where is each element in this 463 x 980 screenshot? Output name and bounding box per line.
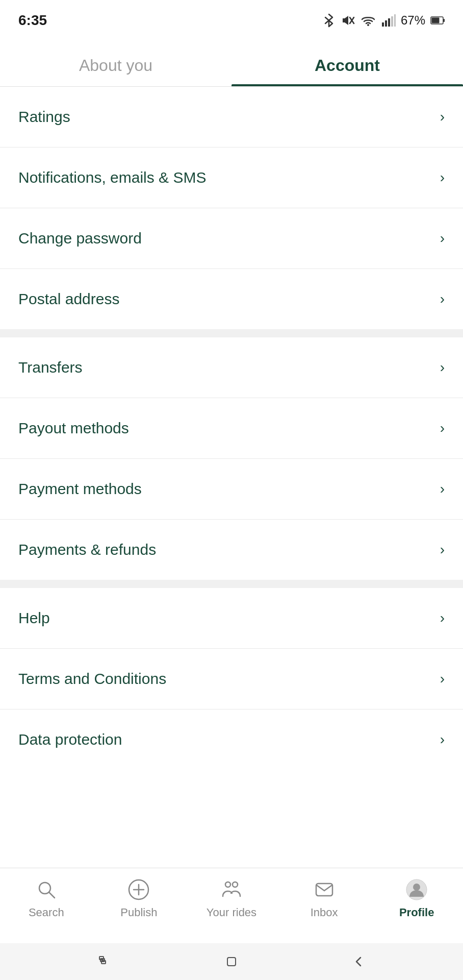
nav-item-publish[interactable]: Publish xyxy=(93,876,186,919)
inbox-nav-label: Inbox xyxy=(311,906,338,919)
bottom-nav: Search Publish xyxy=(0,868,463,943)
android-back-button[interactable] xyxy=(351,954,366,969)
menu-section-3: Help › Terms and Conditions › Data prote… xyxy=(0,588,463,770)
android-home-button[interactable] xyxy=(224,954,239,969)
chevron-payout-methods: › xyxy=(440,420,445,436)
chevron-change-password: › xyxy=(440,230,445,247)
your-rides-nav-label: Your rides xyxy=(207,906,256,919)
chevron-help: › xyxy=(440,610,445,626)
menu-item-payments-refunds[interactable]: Payments & refunds › xyxy=(0,520,463,580)
nav-item-profile[interactable]: Profile xyxy=(370,876,463,919)
svg-line-14 xyxy=(49,892,55,898)
menu-item-postal-address[interactable]: Postal address › xyxy=(0,269,463,329)
chevron-payment-methods: › xyxy=(440,481,445,497)
svg-point-4 xyxy=(367,24,369,26)
svg-rect-6 xyxy=(385,20,387,27)
status-time: 6:35 xyxy=(18,12,47,29)
bluetooth-icon xyxy=(323,13,335,28)
menu-item-payment-methods[interactable]: Payment methods › xyxy=(0,459,463,520)
menu-section-2: Transfers › Payout methods › Payment met… xyxy=(0,337,463,580)
menu-section-1: Ratings › Notifications, emails & SMS › … xyxy=(0,87,463,329)
chevron-notifications: › xyxy=(440,169,445,186)
your-rides-nav-icon xyxy=(218,876,245,903)
menu-item-help[interactable]: Help › xyxy=(0,588,463,649)
section-divider-2 xyxy=(0,580,463,588)
profile-nav-label: Profile xyxy=(399,906,434,919)
profile-nav-icon xyxy=(403,876,430,903)
battery-icon xyxy=(430,15,445,26)
svg-rect-25 xyxy=(227,958,236,966)
mute-icon xyxy=(340,13,355,28)
menu-item-payout-methods[interactable]: Payout methods › xyxy=(0,398,463,459)
android-nav-bar xyxy=(0,943,463,980)
status-bar: 6:35 67% xyxy=(0,0,463,37)
menu-item-transfers[interactable]: Transfers › xyxy=(0,337,463,398)
svg-line-0 xyxy=(325,17,329,20)
svg-rect-5 xyxy=(382,22,384,27)
wifi-icon xyxy=(360,13,376,28)
svg-rect-8 xyxy=(391,16,393,27)
menu-item-terms-conditions[interactable]: Terms and Conditions › xyxy=(0,649,463,709)
menu-item-change-password[interactable]: Change password › xyxy=(0,208,463,269)
nav-items: Search Publish xyxy=(0,868,463,924)
chevron-ratings: › xyxy=(440,109,445,125)
tab-account[interactable]: Account xyxy=(232,42,463,86)
svg-point-18 xyxy=(225,882,230,887)
publish-nav-label: Publish xyxy=(120,906,157,919)
menu-item-ratings[interactable]: Ratings › xyxy=(0,87,463,148)
svg-rect-12 xyxy=(432,18,440,23)
svg-rect-9 xyxy=(394,14,396,27)
svg-point-19 xyxy=(233,882,238,887)
chevron-postal-address: › xyxy=(440,291,445,307)
inbox-nav-icon xyxy=(311,876,338,903)
tab-header: About you Account xyxy=(0,42,463,87)
status-icons: 67% xyxy=(323,13,445,28)
menu-item-notifications[interactable]: Notifications, emails & SMS › xyxy=(0,148,463,208)
battery-text: 67% xyxy=(401,13,425,28)
search-nav-icon xyxy=(33,876,60,903)
svg-rect-7 xyxy=(388,18,390,27)
publish-nav-icon xyxy=(125,876,152,903)
search-nav-label: Search xyxy=(29,906,64,919)
tab-about-you[interactable]: About you xyxy=(0,42,232,86)
svg-point-21 xyxy=(413,884,420,891)
nav-item-your-rides[interactable]: Your rides xyxy=(185,876,278,919)
section-divider-1 xyxy=(0,329,463,337)
nav-item-search[interactable]: Search xyxy=(0,876,93,919)
chevron-terms-conditions: › xyxy=(440,671,445,687)
chevron-payments-refunds: › xyxy=(440,542,445,558)
chevron-transfers: › xyxy=(440,359,445,376)
signal-icon xyxy=(381,14,396,27)
menu-item-data-protection[interactable]: Data protection › xyxy=(0,709,463,770)
nav-item-inbox[interactable]: Inbox xyxy=(278,876,371,919)
android-recents-button[interactable] xyxy=(97,954,112,969)
chevron-data-protection: › xyxy=(440,731,445,748)
menu-list: Ratings › Notifications, emails & SMS › … xyxy=(0,87,463,770)
svg-rect-11 xyxy=(443,19,445,22)
